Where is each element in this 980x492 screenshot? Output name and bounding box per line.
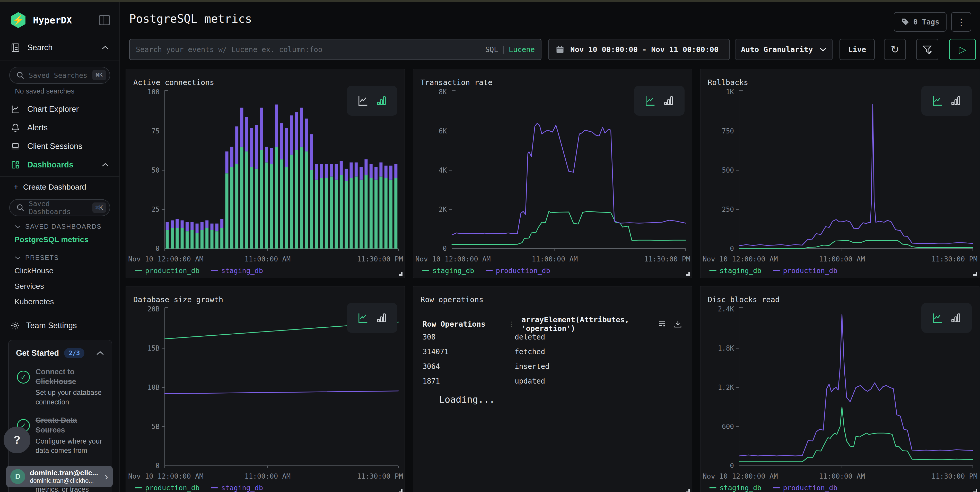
refresh-icon: ↻ (891, 43, 899, 55)
svg-text:11:30:00 PM: 11:30:00 PM (644, 255, 690, 263)
legend-item-production_db[interactable]: production_db (135, 484, 199, 492)
svg-text:Nov 10 12:00:00 AM: Nov 10 12:00:00 AM (128, 255, 204, 263)
tags-button[interactable]: 0 Tags (894, 12, 947, 32)
resize-handle[interactable] (399, 489, 402, 492)
resize-handle[interactable] (399, 272, 402, 276)
user-menu[interactable]: D dominic.tran@clic... dominic.tran@clic… (6, 466, 113, 487)
svg-text:750: 750 (722, 127, 734, 135)
wrap-lines-icon[interactable] (657, 319, 667, 329)
live-button[interactable]: Live (840, 39, 875, 60)
svg-text:11:00:00 AM: 11:00:00 AM (245, 472, 291, 480)
sidebar-item-preset[interactable]: ClickHouse (0, 263, 119, 278)
laptop-icon (10, 141, 21, 151)
chevron-down-icon (14, 256, 21, 260)
dashboard-grid: Active connections 0255075100Nov 10 12:0… (126, 69, 980, 492)
chart-mode-toggle (921, 86, 972, 116)
get-started-item[interactable]: ✓ Connect to ClickHouse Set up your data… (16, 367, 105, 407)
sidebar-item-team-settings[interactable]: Team Settings (10, 321, 119, 331)
resize-handle[interactable] (686, 272, 690, 276)
line-mode-icon[interactable] (357, 95, 369, 107)
chart-legend: production_dbstaging_db (135, 484, 263, 492)
tag-icon (901, 18, 910, 26)
legend-item-staging_db[interactable]: staging_db (709, 484, 762, 492)
chart-mode-toggle (921, 303, 972, 333)
panel-title: Transaction rate (420, 78, 492, 87)
sidebar-item-preset[interactable]: Kubernetes (0, 294, 119, 309)
bar-mode-icon[interactable] (950, 95, 962, 107)
bar-mode-icon[interactable] (375, 95, 387, 107)
resize-handle[interactable] (973, 272, 977, 276)
table-row[interactable]: 314071fetched (423, 344, 682, 359)
svg-text:25: 25 (151, 206, 159, 213)
legend-item-production_db[interactable]: production_db (773, 484, 837, 492)
resize-handle[interactable] (686, 489, 690, 492)
sidebar-item-alerts[interactable]: Alerts (0, 118, 119, 137)
sidebar-item-preset[interactable]: Services (0, 278, 119, 294)
sql-toggle[interactable]: SQL (485, 45, 498, 54)
bar-mode-icon[interactable] (663, 95, 675, 107)
table-row[interactable]: 308deleted (423, 330, 682, 344)
svg-text:500: 500 (722, 166, 734, 174)
svg-text:6K: 6K (439, 127, 447, 135)
presets-section-header[interactable]: PRESETS (14, 254, 119, 262)
saved-searches-input[interactable]: Saved Searches ⌘K (9, 67, 110, 84)
sidebar-item-chart-explorer[interactable]: Chart Explorer (0, 100, 119, 118)
download-icon[interactable] (673, 319, 682, 329)
refresh-button[interactable]: ↻ (884, 39, 905, 60)
sidebar-item-dashboards[interactable]: Dashboards (0, 156, 119, 174)
legend-item-staging_db[interactable]: staging_db (422, 267, 474, 275)
run-query-button[interactable]: ▷ (949, 39, 976, 60)
line-mode-icon[interactable] (357, 312, 369, 324)
bar-mode-icon[interactable] (375, 312, 387, 324)
chevron-up-icon[interactable] (102, 162, 109, 168)
legend-item-staging_db[interactable]: staging_db (709, 267, 762, 275)
chevron-up-icon[interactable] (96, 350, 105, 356)
bell-icon (10, 123, 21, 133)
sidebar-item-search[interactable]: Search (0, 37, 119, 59)
chart-mode-toggle (347, 303, 397, 333)
sidebar-item-label: Search (27, 43, 102, 52)
column-header[interactable]: Row Operations (423, 319, 508, 328)
table-row[interactable]: 1871updated (423, 374, 682, 388)
sidebar-collapse-icon[interactable] (99, 15, 110, 25)
chart-legend: staging_dbproduction_db (422, 267, 550, 275)
panel-title: Rollbacks (708, 78, 748, 87)
granularity-select[interactable]: Auto Granularity (735, 39, 833, 60)
svg-text:11:30:00 PM: 11:30:00 PM (357, 255, 403, 263)
svg-text:250: 250 (722, 206, 734, 213)
time-range-input[interactable]: Nov 10 00:00:00 - Nov 11 00:00:00 (548, 39, 730, 60)
saved-dashboards-section-header[interactable]: SAVED DASHBOARDS (14, 223, 119, 230)
lucene-toggle[interactable]: Lucene (509, 45, 535, 54)
more-options-button[interactable]: ⋮ (951, 12, 971, 32)
legend-item-production_db[interactable]: production_db (485, 267, 550, 275)
line-mode-icon[interactable] (931, 95, 943, 107)
main-content: PostgreSQL metrics 0 Tags ⋮ Search your … (121, 2, 980, 492)
brand-row: ⚡ HyperDX (0, 2, 119, 37)
saved-dashboards-input[interactable]: Saved Dashboards ⌘K (9, 199, 110, 216)
bar-mode-icon[interactable] (950, 312, 962, 324)
help-button[interactable]: ? (3, 427, 30, 454)
sidebar-item-saved-dashboard[interactable]: PostgreSQL metrics (0, 232, 119, 247)
create-dashboard-button[interactable]: + Create Dashboard (0, 177, 119, 193)
panel-database-size-growth: Database size growth 05B10B15B20BNov 10 … (126, 286, 405, 492)
kebab-icon: ⋮ (957, 17, 966, 27)
event-search-input[interactable]: Search your events w/ Lucene ex. column:… (129, 39, 541, 60)
search-icon (16, 71, 25, 80)
svg-text:15B: 15B (148, 344, 159, 352)
filter-button[interactable] (916, 39, 938, 60)
svg-text:10B: 10B (148, 383, 159, 391)
svg-text:4K: 4K (439, 166, 447, 174)
legend-item-production_db[interactable]: production_db (135, 267, 199, 275)
legend-item-staging_db[interactable]: staging_db (211, 267, 263, 275)
svg-text:Nov 10 12:00:00 AM: Nov 10 12:00:00 AM (128, 472, 204, 480)
column-resize-handle[interactable]: ⋮ (508, 320, 515, 328)
line-mode-icon[interactable] (644, 95, 656, 107)
chevron-up-icon[interactable] (102, 45, 109, 50)
legend-item-staging_db[interactable]: staging_db (211, 484, 263, 492)
table-row[interactable]: 3064inserted (423, 359, 682, 374)
legend-item-production_db[interactable]: production_db (773, 267, 837, 275)
line-mode-icon[interactable] (931, 312, 943, 324)
resize-handle[interactable] (973, 489, 977, 492)
search-placeholder: Search your events w/ Lucene ex. column:… (136, 45, 485, 54)
sidebar-item-client-sessions[interactable]: Client Sessions (0, 137, 119, 156)
